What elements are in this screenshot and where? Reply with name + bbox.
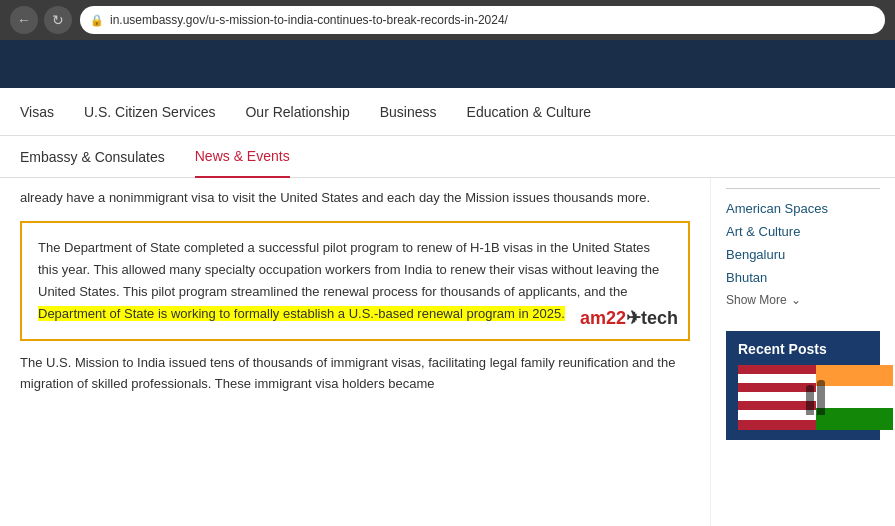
india-flag	[816, 365, 894, 430]
nav-item-business[interactable]: Business	[380, 90, 437, 134]
subnav-item-news-events[interactable]: News & Events	[195, 136, 290, 178]
highlight-text-part2: Department of State is working to formal…	[38, 306, 565, 321]
recent-posts-box: Recent Posts	[726, 331, 880, 440]
chevron-down-icon: ⌄	[791, 293, 801, 307]
recent-posts-title: Recent Posts	[738, 341, 827, 357]
url-text: in.usembassy.gov/u-s-mission-to-india-co…	[110, 13, 508, 27]
show-more-text: Show More	[726, 293, 787, 307]
content-area: already have a nonimmigrant visa to visi…	[0, 178, 895, 526]
nav-item-visas[interactable]: Visas	[20, 90, 54, 134]
nav-item-education-culture[interactable]: Education & Culture	[467, 90, 592, 134]
watermark-tech-text: ✈tech	[626, 308, 678, 328]
nav-item-our-relationship[interactable]: Our Relationship	[245, 90, 349, 134]
sidebar-link-american-spaces[interactable]: American Spaces	[726, 197, 880, 220]
browser-controls: ← ↻	[10, 6, 72, 34]
intro-text: already have a nonimmigrant visa to visi…	[20, 188, 690, 209]
main-nav: Visas U.S. Citizen Services Our Relation…	[0, 88, 895, 136]
sub-nav: Embassy & Consulates News & Events	[0, 136, 895, 178]
watermark-am: am	[580, 308, 606, 328]
watermark: am22✈tech	[580, 307, 678, 329]
show-more-button[interactable]: Show More ⌄	[726, 289, 880, 311]
address-bar[interactable]: 🔒 in.usembassy.gov/u-s-mission-to-india-…	[80, 6, 885, 34]
sidebar: American Spaces Art & Culture Bengaluru …	[710, 178, 895, 526]
highlight-paragraph: The Department of State completed a succ…	[38, 237, 672, 325]
nav-item-citizen-services[interactable]: U.S. Citizen Services	[84, 90, 215, 134]
highlight-text-part1: The Department of State completed a succ…	[38, 240, 659, 299]
subnav-item-embassy[interactable]: Embassy & Consulates	[20, 137, 165, 177]
sidebar-link-bengaluru[interactable]: Bengaluru	[726, 243, 880, 266]
back-button[interactable]: ←	[10, 6, 38, 34]
sidebar-link-bhutan[interactable]: Bhutan	[726, 266, 880, 289]
watermark-22: 22	[606, 308, 626, 328]
bottom-text: The U.S. Mission to India issued tens of…	[20, 353, 690, 395]
main-content: already have a nonimmigrant visa to visi…	[0, 178, 710, 526]
highlight-box: The Department of State completed a succ…	[20, 221, 690, 341]
navy-top-bar	[0, 40, 895, 88]
refresh-button[interactable]: ↻	[44, 6, 72, 34]
us-flag	[738, 365, 816, 430]
browser-chrome: ← ↻ 🔒 in.usembassy.gov/u-s-mission-to-in…	[0, 0, 895, 40]
recent-post-image[interactable]	[738, 365, 893, 430]
people-silhouette	[806, 380, 825, 415]
lock-icon: 🔒	[90, 14, 104, 27]
sidebar-links: American Spaces Art & Culture Bengaluru …	[726, 188, 880, 311]
sidebar-divider	[726, 188, 880, 189]
sidebar-link-art-culture[interactable]: Art & Culture	[726, 220, 880, 243]
